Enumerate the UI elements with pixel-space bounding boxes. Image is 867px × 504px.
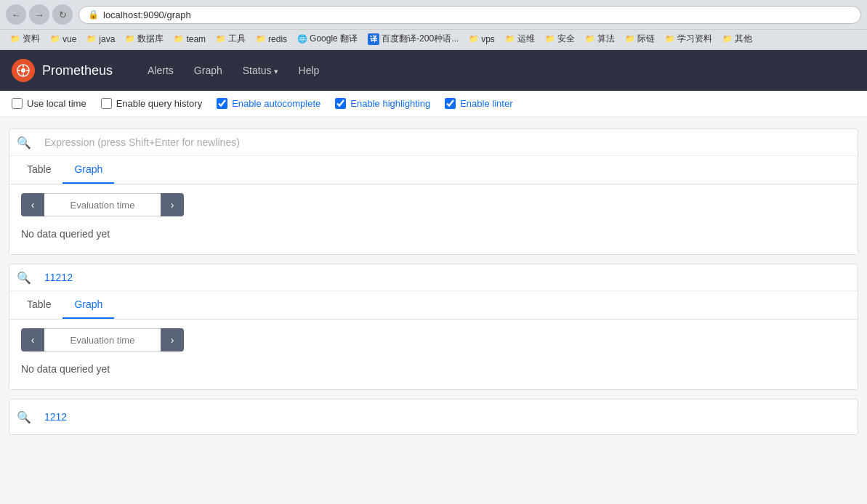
bookmark-label: 安全 [557, 33, 575, 45]
search-icon-1: 🔍 [9, 130, 39, 155]
eval-time-row-1: ‹ › [21, 193, 846, 216]
no-data-text-1: No data queried yet [21, 225, 846, 245]
lock-icon: 🔒 [88, 9, 99, 20]
nav-graph[interactable]: Graph [185, 59, 231, 82]
bookmark-安全[interactable]: 📁 安全 [541, 31, 579, 46]
bookmark-label: 数据库 [137, 33, 164, 45]
bookmark-label: 际链 [637, 33, 655, 45]
query-panel-2: 🔍 Table Graph ‹ › No data queried yet [9, 264, 858, 390]
bookmark-运维[interactable]: 📁 运维 [501, 31, 539, 46]
eval-prev-button-2[interactable]: ‹ [21, 328, 44, 351]
nav-links: Alerts Graph Status Help [139, 59, 328, 82]
bookmarks-bar: 📁 资料 📁 vue 📁 java 📁 数据库 📁 team 📁 工具 📁 re… [0, 30, 867, 50]
bookmark-google-translate[interactable]: 🌐 Google 翻译 [293, 31, 362, 46]
eval-time-input-2[interactable] [44, 328, 161, 351]
bookmark-java[interactable]: 📁 java [82, 33, 119, 46]
use-local-time-label[interactable]: Use local time [12, 98, 86, 109]
tabs-row-1: Table Graph [9, 156, 858, 184]
enable-query-history-checkbox[interactable] [101, 98, 112, 109]
folder-icon: 📁 [256, 34, 266, 44]
folder-icon: 📁 [86, 34, 97, 44]
enable-autocomplete-text: Enable autocomplete [232, 98, 320, 109]
bookmark-vue[interactable]: 📁 vue [46, 33, 81, 46]
query-expression-input-1[interactable] [39, 129, 858, 155]
bookmark-label: 百度翻译-200种语... [382, 33, 459, 45]
query-input-row-2: 🔍 [9, 264, 858, 291]
nav-status[interactable]: Status [234, 59, 287, 82]
bookmark-其他[interactable]: 📁 其他 [718, 31, 757, 46]
query-panel-1-container: 🔍 Table Graph ‹ › No data queried yet [9, 129, 858, 255]
folder-icon: 📁 [50, 34, 60, 44]
globe-icon: 🌐 [297, 34, 307, 44]
eval-prev-button-1[interactable]: ‹ [21, 193, 44, 216]
bookmark-资料[interactable]: 📁 资料 [6, 31, 44, 46]
tab-table-1[interactable]: Table [15, 156, 62, 184]
nav-alerts[interactable]: Alerts [139, 59, 182, 82]
tab-table-2[interactable]: Table [15, 291, 62, 319]
folder-icon: 📁 [174, 34, 184, 44]
back-button[interactable]: ← [6, 4, 26, 25]
svg-point-1 [21, 68, 25, 73]
bookmark-label: redis [268, 34, 287, 44]
nav-help[interactable]: Help [290, 59, 328, 82]
eval-time-row-2: ‹ › [21, 328, 846, 351]
tabs-row-2: Table Graph [9, 291, 858, 320]
tab-content-1: ‹ › No data queried yet [9, 184, 858, 254]
reload-button[interactable]: ↻ [52, 4, 73, 25]
prometheus-navbar: Prometheus Alerts Graph Status Help [0, 50, 867, 91]
query-expression-input-2[interactable] [39, 264, 858, 290]
enable-highlighting-checkbox[interactable] [335, 98, 346, 109]
search-icon-2: 🔍 [9, 265, 39, 290]
eval-next-button-2[interactable]: › [161, 328, 184, 351]
bookmark-label: 运维 [517, 33, 535, 45]
bookmark-redis[interactable]: 📁 redis [251, 33, 291, 46]
enable-highlighting-label[interactable]: Enable highlighting [335, 98, 430, 109]
enable-query-history-text: Enable query history [116, 98, 203, 109]
bookmark-vps[interactable]: 📁 vps [464, 33, 499, 46]
bookmark-label: java [99, 34, 115, 44]
bookmark-学习资料[interactable]: 📁 学习资料 [661, 31, 717, 46]
use-local-time-checkbox[interactable] [12, 98, 23, 109]
enable-linter-text: Enable linter [460, 98, 512, 109]
folder-icon: 📁 [469, 34, 479, 44]
tab-graph-2[interactable]: Graph [62, 291, 114, 319]
enable-linter-checkbox[interactable] [445, 98, 456, 109]
folder-icon: 📁 [665, 34, 675, 44]
bookmark-数据库[interactable]: 📁 数据库 [121, 31, 168, 46]
no-data-text-2: No data queried yet [21, 360, 846, 381]
address-bar[interactable]: 🔒 localhost:9090/graph [78, 6, 861, 24]
bookmark-算法[interactable]: 📁 算法 [581, 31, 619, 46]
bookmark-际链[interactable]: 📁 际链 [621, 31, 659, 46]
bookmark-label: vps [481, 34, 495, 44]
forward-button[interactable]: → [29, 4, 49, 25]
search-icon-3: 🔍 [9, 405, 39, 430]
folder-icon: 📁 [722, 34, 733, 44]
bookmark-baidu-translate[interactable]: 译 百度翻译-200种语... [363, 31, 463, 46]
translate-icon: 译 [368, 33, 379, 45]
folder-icon: 📁 [625, 34, 635, 44]
folder-icon: 📁 [10, 34, 20, 44]
browser-chrome: ← → ↻ 🔒 localhost:9090/graph [0, 0, 867, 30]
query-panel-3-partial: 🔍 1212 [9, 399, 858, 435]
options-bar: Use local time Enable query history Enab… [0, 91, 867, 117]
tab-graph-1[interactable]: Graph [62, 156, 114, 184]
bookmark-label: team [186, 34, 206, 44]
bookmark-team[interactable]: 📁 team [169, 33, 210, 46]
browser-nav-buttons: ← → ↻ [6, 4, 73, 25]
bookmark-label: 算法 [597, 33, 615, 45]
prometheus-title: Prometheus [42, 63, 113, 78]
bookmark-label: Google 翻译 [310, 33, 358, 45]
address-text: localhost:9090/graph [103, 9, 191, 20]
bookmark-工具[interactable]: 📁 工具 [211, 31, 250, 46]
enable-query-history-label[interactable]: Enable query history [101, 98, 203, 109]
eval-next-button-1[interactable]: › [161, 193, 184, 216]
folder-icon: 📁 [125, 34, 135, 44]
bookmark-label: 工具 [228, 33, 246, 45]
prometheus-logo-icon [12, 59, 35, 82]
query-panel-2-container: 🔍 Table Graph ‹ › No data queried yet [9, 264, 858, 390]
bookmark-label: 其他 [735, 33, 752, 45]
enable-linter-label[interactable]: Enable linter [445, 98, 512, 109]
enable-autocomplete-label[interactable]: Enable autocomplete [217, 98, 320, 109]
enable-autocomplete-checkbox[interactable] [217, 98, 227, 109]
eval-time-input-1[interactable] [44, 193, 161, 216]
